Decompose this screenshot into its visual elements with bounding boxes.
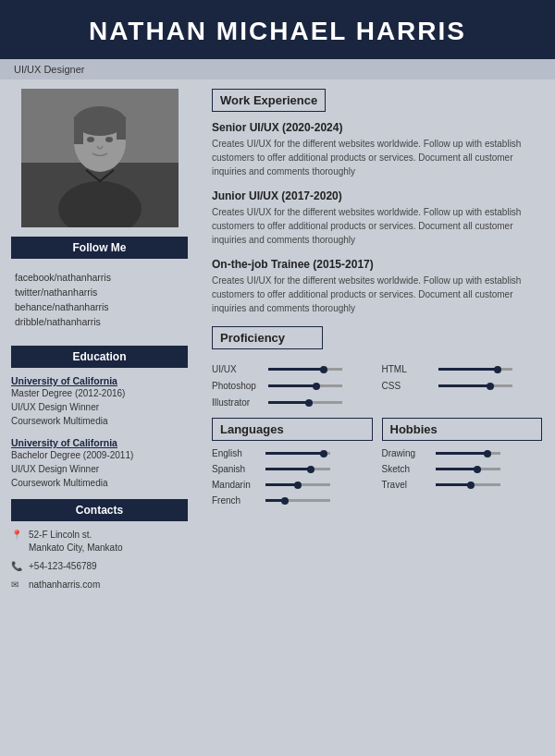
hobby-bar-drawing <box>436 452 500 455</box>
proficiency-title: Proficiency <box>220 331 285 345</box>
work-desc-3: Creates UI/UX for the different websites… <box>212 274 542 315</box>
work-entry-2: Junior UI/UX (2017-2020) Creates UI/UX f… <box>212 189 542 247</box>
lang-spanish: Spanish <box>212 464 373 474</box>
hobby-drawing: Drawing <box>382 448 543 458</box>
lang-fill-english <box>265 452 324 455</box>
hobby-bar-travel <box>436 483 500 486</box>
contact-address: 📍 52-F Lincoln st.Mankato City, Mankato <box>11 529 188 555</box>
follow-me-header: Follow Me <box>11 237 188 259</box>
work-experience-box: Work Experience <box>212 89 326 112</box>
hobby-label-travel: Travel <box>382 480 430 490</box>
edu-entry-2: University of California Bachelor Degree… <box>11 437 188 490</box>
svg-rect-7 <box>74 116 83 144</box>
work-experience-title: Work Experience <box>220 93 317 107</box>
edu-entry-1: University of California Master Degree (… <box>11 375 188 428</box>
edu-course-2: Coursework Multimedia <box>11 476 188 490</box>
prof-label-html: HTML <box>382 364 433 374</box>
hobby-label-sketch: Sketch <box>382 464 430 474</box>
proficiency-left-col: UI/UX Photoshop Illustrator <box>212 364 373 414</box>
hobby-fill-travel <box>436 483 472 486</box>
main-layout: Follow Me facebook/nathanharris twitter/… <box>0 79 555 606</box>
lang-bar-spanish <box>265 468 330 470</box>
location-icon: 📍 <box>11 530 24 540</box>
phone-icon: 📞 <box>11 561 24 571</box>
prof-fill-illustrator <box>268 401 309 404</box>
email-icon: ✉ <box>11 579 24 590</box>
website-text: nathanharris.com <box>29 579 100 591</box>
profile-photo <box>21 89 179 227</box>
prof-label-illustrator: Illustrator <box>212 397 263 408</box>
lang-label-spanish: Spanish <box>212 464 260 474</box>
social-link-twitter[interactable]: twitter/nathanharris <box>15 285 188 299</box>
hobby-label-drawing: Drawing <box>382 448 430 458</box>
prof-bar-uiux <box>268 368 342 371</box>
hobby-sketch: Sketch <box>382 464 543 474</box>
work-desc-1: Creates UI/UX for the different websites… <box>212 137 542 178</box>
lang-fill-mandarin <box>265 483 298 486</box>
prof-bar-illustrator <box>268 401 342 404</box>
lang-english: English <box>212 448 373 458</box>
address-text: 52-F Lincoln st.Mankato City, Mankato <box>29 529 123 555</box>
job-title: UI/UX Designer <box>14 64 84 75</box>
social-link-behance[interactable]: behance/nathanharris <box>15 299 188 314</box>
lang-bar-english <box>265 452 330 455</box>
prof-uiux: UI/UX <box>212 364 373 374</box>
lang-label-english: English <box>212 448 260 458</box>
prof-fill-photoshop <box>268 384 316 387</box>
full-name: NATHAN MICHAEL HARRIS <box>9 17 546 46</box>
work-title-3: On-the-job Trainee (2015-2017) <box>212 258 542 271</box>
lang-fill-spanish <box>265 468 311 470</box>
hobbies-box: Hobbies <box>382 418 543 441</box>
prof-fill-css <box>438 384 490 387</box>
edu-degree-1: Master Degree (2012-2016) <box>11 386 188 400</box>
proficiency-box: Proficiency <box>212 326 323 349</box>
social-link-facebook[interactable]: facebook/nathanharris <box>15 270 188 285</box>
work-entry-1: Senior UI/UX (2020-2024) Creates UI/UX f… <box>212 121 542 178</box>
prof-bar-html <box>438 368 512 371</box>
languages-section: Languages English Spanish Mandarin <box>212 418 373 511</box>
uni-name-2: University of California <box>11 437 188 448</box>
lang-bar-mandarin <box>265 483 330 486</box>
hobbies-section: Hobbies Drawing Sketch Travel <box>382 418 543 511</box>
edu-course-1: Coursework Multimedia <box>11 414 188 428</box>
work-entry-3: On-the-job Trainee (2015-2017) Creates U… <box>212 258 542 315</box>
hobbies-title: Hobbies <box>390 422 438 436</box>
right-column: Work Experience Senior UI/UX (2020-2024)… <box>199 79 555 606</box>
edu-award-1: UI/UX Design Winner <box>11 400 188 414</box>
lang-fill-french <box>265 499 285 502</box>
prof-label-uiux: UI/UX <box>212 364 263 374</box>
uni-name-1: University of California <box>11 375 188 386</box>
hobby-fill-drawing <box>436 452 487 455</box>
prof-fill-html <box>438 368 498 371</box>
proficiency-grid: UI/UX Photoshop Illustrator <box>212 364 542 414</box>
work-title-2: Junior UI/UX (2017-2020) <box>212 189 542 202</box>
contacts-header: Contacts <box>11 499 188 521</box>
bottom-row: Languages English Spanish Mandarin <box>212 418 542 511</box>
languages-title: Languages <box>220 422 284 436</box>
lang-label-french: French <box>212 495 260 506</box>
lang-label-mandarin: Mandarin <box>212 480 260 490</box>
prof-bar-photoshop <box>268 384 342 387</box>
prof-css: CSS <box>382 381 543 391</box>
lang-bar-french <box>265 499 330 502</box>
education-header: Education <box>11 346 188 368</box>
subtitle-bar: UI/UX Designer <box>0 59 555 79</box>
work-title-1: Senior UI/UX (2020-2024) <box>212 121 542 134</box>
edu-award-2: UI/UX Design Winner <box>11 462 188 476</box>
header-section: NATHAN MICHAEL HARRIS <box>0 0 555 59</box>
svg-point-9 <box>87 137 94 142</box>
prof-photoshop: Photoshop <box>212 381 373 391</box>
svg-rect-8 <box>117 116 126 140</box>
prof-html: HTML <box>382 364 543 374</box>
social-links: facebook/nathanharris twitter/nathanharr… <box>11 266 188 336</box>
hobby-fill-sketch <box>436 468 478 470</box>
contact-website[interactable]: ✉ nathanharris.com <box>11 579 188 591</box>
proficiency-right-col: HTML CSS <box>382 364 543 414</box>
languages-box: Languages <box>212 418 373 441</box>
phone-text: +54-123-456789 <box>29 560 97 573</box>
hobby-travel: Travel <box>382 480 543 490</box>
social-link-dribble[interactable]: dribble/nathanharris <box>15 314 188 329</box>
prof-label-css: CSS <box>382 381 433 391</box>
prof-illustrator: Illustrator <box>212 397 373 408</box>
prof-fill-uiux <box>268 368 324 371</box>
